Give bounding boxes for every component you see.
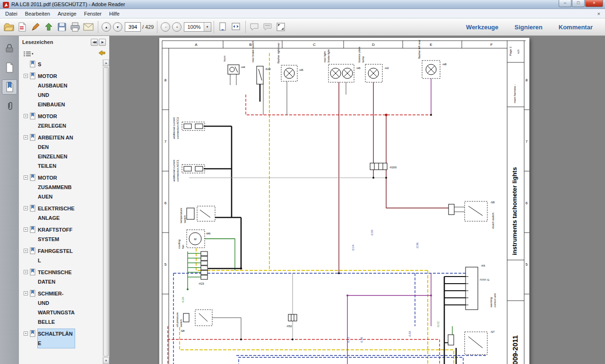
bookmark-label[interactable]: KRAFTSTOFFSYSTEM bbox=[38, 225, 75, 244]
locate-current-bookmark-icon[interactable] bbox=[98, 50, 106, 58]
wire-junction bbox=[338, 272, 340, 274]
bookmark-item[interactable]: + TECHNISCHE DATEN bbox=[24, 268, 100, 286]
navigation-strip bbox=[0, 36, 19, 364]
print-icon[interactable] bbox=[69, 21, 81, 33]
svg-text:/1.C2: /1.C2 bbox=[437, 321, 440, 327]
collapse-panel-button[interactable]: ◀◀ bbox=[91, 39, 98, 46]
menubar-close-icon[interactable]: × bbox=[593, 11, 605, 17]
pdf-page: A B C D E F 8 7 6 5 8 7 6 5 Page bbox=[159, 38, 529, 364]
create-pdf-icon[interactable] bbox=[16, 21, 28, 33]
plus-expander-icon[interactable]: + bbox=[24, 206, 28, 210]
bookmarks-panel-icon[interactable] bbox=[2, 79, 17, 95]
plus-expander-icon[interactable]: + bbox=[24, 291, 28, 295]
maximize-button[interactable]: □ bbox=[572, 0, 585, 7]
sign-pen-icon[interactable] bbox=[29, 21, 42, 33]
highlight-comment-icon[interactable] bbox=[261, 21, 274, 33]
svg-text:-H4: -H4 bbox=[241, 66, 245, 69]
bookmark-label[interactable]: ELEKTRISCHE ANLAGE bbox=[38, 204, 75, 223]
signieren-button[interactable]: Signieren bbox=[515, 24, 543, 31]
zoom-dropdown-button[interactable]: ▾ bbox=[204, 23, 211, 31]
expand-panel-button[interactable]: ▶ bbox=[99, 39, 106, 46]
bookmark-item[interactable]: S bbox=[24, 60, 100, 69]
bookmark-label[interactable]: TECHNISCHE DATEN bbox=[38, 268, 75, 286]
svg-text:-X23: -X23 bbox=[198, 282, 204, 285]
save-icon[interactable] bbox=[56, 21, 68, 33]
svg-text:temperature: temperature bbox=[180, 208, 182, 223]
menu-bearbeiten[interactable]: Bearbeiten bbox=[21, 9, 54, 18]
email-icon[interactable] bbox=[82, 21, 95, 33]
bookmark-label[interactable]: SCHMIER- UND WARTUNGSTABELLE bbox=[38, 289, 75, 327]
upload-icon[interactable] bbox=[43, 21, 55, 33]
sidebar-scrollbar[interactable]: ▲ ▼ bbox=[103, 60, 109, 364]
grid-letter: F bbox=[491, 43, 493, 47]
bookmark-item-selected[interactable]: + SCHALTPLÄNE bbox=[24, 329, 100, 348]
minimize-button[interactable]: – bbox=[559, 0, 571, 7]
bookmark-label[interactable]: MOTOR AUSBAUEN UND EINBAUEN bbox=[38, 71, 75, 109]
lock-icon[interactable] bbox=[2, 41, 17, 56]
plus-expander-icon[interactable]: + bbox=[24, 331, 28, 336]
document-pane[interactable]: A B C D E F 8 7 6 5 8 7 6 5 Page bbox=[110, 36, 605, 364]
bookmark-item[interactable]: + ELEKTRISCHE ANLAGE bbox=[24, 204, 100, 223]
page-number-input[interactable] bbox=[125, 22, 141, 32]
menu-fenster[interactable]: Fenster bbox=[80, 9, 105, 18]
bookmark-item[interactable]: + ARBEITEN AN DEN EINZELNEN TEILEN bbox=[24, 133, 100, 171]
menu-datei[interactable]: Datei bbox=[1, 9, 21, 18]
zoom-in-button[interactable]: + bbox=[172, 22, 182, 32]
grid-row-number: 6 bbox=[526, 201, 528, 205]
bookmark-item[interactable]: + MOTOR ZERLEGEN bbox=[24, 112, 100, 130]
bookmark-label[interactable]: FAHRGESTELL bbox=[38, 246, 75, 265]
grid-letter: A bbox=[195, 43, 198, 47]
bookmark-item[interactable]: + FAHRGESTELL bbox=[24, 246, 100, 265]
open-folder-icon[interactable] bbox=[3, 21, 15, 33]
svg-text:-K6: -K6 bbox=[481, 264, 485, 267]
previous-page-button[interactable]: ▲ bbox=[102, 22, 111, 32]
bookmark-page-icon bbox=[30, 134, 36, 141]
x200-connector-symbol: -X200 bbox=[370, 163, 397, 170]
bookmark-item[interactable]: + KRAFTSTOFFSYSTEM bbox=[24, 225, 100, 244]
kommentar-button[interactable]: Kommentar bbox=[559, 24, 593, 31]
grid-row-number: 8 bbox=[164, 78, 167, 82]
zoom-level-value: 100% bbox=[184, 23, 203, 31]
plus-expander-icon[interactable]: + bbox=[24, 135, 28, 139]
svg-text:-X52: -X52 bbox=[286, 325, 292, 328]
bookmark-item[interactable]: + MOTOR ZUSAMMENBAUEN bbox=[24, 173, 100, 201]
scroll-down-icon[interactable]: ▼ bbox=[103, 357, 109, 364]
zoom-out-button[interactable]: − bbox=[161, 22, 170, 32]
svg-text:/1.D6: /1.D6 bbox=[360, 337, 363, 343]
werkzeuge-button[interactable]: Werkzeuge bbox=[466, 24, 498, 31]
next-page-button[interactable]: ▼ bbox=[113, 22, 122, 32]
menu-anzeige[interactable]: Anzeige bbox=[54, 9, 80, 18]
plus-expander-icon[interactable]: + bbox=[24, 175, 28, 180]
fullscreen-icon[interactable] bbox=[275, 21, 287, 33]
page-thumbnails-icon[interactable] bbox=[2, 60, 17, 75]
options-menu-button[interactable]: ▾ bbox=[22, 50, 35, 58]
scrollbar-thumb[interactable] bbox=[104, 67, 109, 356]
bookmark-label[interactable]: SCHALTPLÄNE bbox=[38, 329, 75, 348]
plus-expander-icon[interactable]: + bbox=[24, 74, 28, 78]
bookmark-label[interactable]: MOTOR ZERLEGEN bbox=[38, 112, 75, 130]
bookmark-label[interactable]: S bbox=[38, 60, 75, 69]
bookmark-label[interactable]: MOTOR ZUSAMMENBAUEN bbox=[38, 173, 75, 201]
bookmark-item[interactable]: + MOTOR AUSBAUEN UND EINBAUEN bbox=[24, 71, 100, 109]
svg-text:rear brake switch: rear brake switch bbox=[251, 41, 254, 62]
svg-text:connection ACC2: connection ACC2 bbox=[176, 117, 179, 139]
fit-width-icon[interactable] bbox=[230, 21, 242, 33]
wire-junction bbox=[346, 295, 348, 296]
licence-plate-lamp-symbol: licence plate lamp -H2 bbox=[358, 46, 389, 82]
bookmark-label[interactable]: ARBEITEN AN DEN EINZELNEN TEILEN bbox=[38, 133, 75, 171]
sticky-note-icon[interactable] bbox=[248, 21, 260, 33]
svg-text:warning: warning bbox=[490, 297, 493, 308]
plus-expander-icon[interactable]: + bbox=[24, 114, 28, 118]
plus-expander-icon[interactable]: + bbox=[24, 249, 28, 253]
close-button[interactable]: × bbox=[585, 0, 603, 7]
titlebar[interactable]: RA LC8 2011.pdf (GESCHÜTZT) - Adobe Read… bbox=[0, 0, 605, 9]
plus-expander-icon[interactable]: + bbox=[24, 227, 28, 232]
plus-expander-icon[interactable]: + bbox=[24, 270, 28, 274]
svg-text:flasher left rear: flasher left rear bbox=[418, 40, 421, 59]
window-title: RA LC8 2011.pdf (GESCHÜTZT) - Adobe Read… bbox=[11, 1, 558, 7]
attachments-paperclip-icon[interactable] bbox=[2, 99, 17, 114]
scrolling-mode-icon[interactable] bbox=[216, 21, 229, 33]
scroll-up-icon[interactable]: ▲ bbox=[103, 60, 109, 66]
bookmark-item[interactable]: + SCHMIER- UND WARTUNGSTABELLE bbox=[24, 289, 100, 327]
menu-hilfe[interactable]: Hilfe bbox=[105, 9, 123, 18]
